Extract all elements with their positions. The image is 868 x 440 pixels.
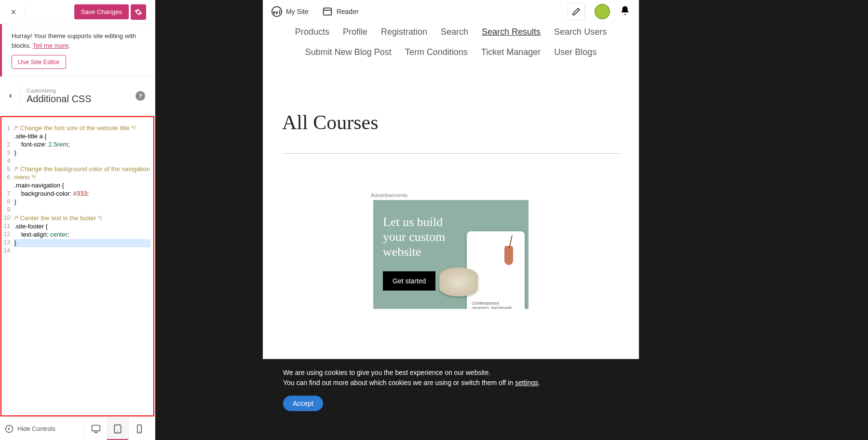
help-button[interactable]: ? — [136, 91, 145, 101]
write-button[interactable] — [568, 3, 585, 20]
user-avatar[interactable] — [595, 4, 610, 19]
page-nav-row1: ProductsProfileRegistrationSearchSearch … — [263, 23, 639, 47]
ad-cta-button[interactable]: Get started — [383, 271, 435, 291]
desktop-icon — [91, 424, 101, 434]
back-button[interactable] — [2, 84, 19, 108]
viewport-desktop-button[interactable] — [85, 417, 107, 440]
save-button[interactable]: Save Changes — [74, 4, 129, 19]
chevron-left-circle-icon — [5, 425, 14, 433]
reader-icon — [322, 6, 333, 17]
close-icon — [10, 8, 17, 16]
ad-block: Advertisements Let us build your custom … — [263, 192, 639, 309]
tell-me-more-link[interactable]: Tell me more — [33, 42, 68, 49]
gear-icon — [135, 8, 142, 16]
customizer-sidebar: Save Changes Hurray! Your theme supports… — [0, 0, 155, 440]
svg-rect-3 — [92, 425, 100, 431]
mobile-icon — [135, 424, 144, 434]
svg-point-2 — [6, 425, 13, 432]
nav-link[interactable]: Search — [441, 27, 468, 39]
bell-icon — [620, 5, 630, 16]
css-editor[interactable]: 1234567891011121314 /* Change the font s… — [0, 116, 154, 416]
panel-title: Additional CSS — [27, 93, 136, 105]
nav-link[interactable]: Term Conditions — [405, 47, 468, 59]
divider — [25, 3, 26, 20]
hide-controls-button[interactable]: Hide Controls — [5, 425, 55, 433]
page-nav-row2: Submit New Blog PostTerm ConditionsTicke… — [263, 47, 639, 67]
pencil-icon — [572, 7, 581, 16]
code-content[interactable]: /* Change the font size of the website t… — [12, 117, 153, 415]
ad-image: Contemporary ceramics, handmade in Austr… — [456, 214, 529, 309]
nav-link[interactable]: Ticket Manager — [481, 47, 541, 59]
nav-link[interactable]: Search Results — [482, 27, 541, 39]
cookie-settings-link[interactable]: settings — [515, 379, 538, 387]
tablet-icon — [113, 424, 122, 434]
nav-link[interactable]: Search Users — [554, 27, 607, 39]
cookie-consent-bar: We are using cookies to give you the bes… — [263, 359, 639, 440]
ad-headline: Let us build your custom website — [383, 214, 456, 260]
wp-toolbar: My Site Reader — [263, 0, 639, 23]
nav-link[interactable]: Products — [295, 27, 329, 39]
viewport-mobile-button[interactable] — [128, 417, 150, 440]
nav-link[interactable]: Registration — [381, 27, 427, 39]
viewport-switcher — [85, 417, 150, 440]
sidebar-footer: Hide Controls — [0, 417, 155, 440]
customizing-label: Customizing — [27, 88, 136, 93]
notice-text: Hurray! Your theme supports site editing… — [12, 31, 145, 50]
preview-wrapper: My Site Reader ProductsProfileRegistrati… — [155, 0, 746, 440]
viewport-tablet-button[interactable] — [107, 417, 128, 440]
ad-banner[interactable]: Let us build your custom website Get sta… — [373, 200, 529, 309]
svg-rect-11 — [323, 8, 331, 15]
line-gutter: 1234567891011121314 — [1, 117, 12, 415]
notice-panel: Hurray! Your theme supports site editing… — [0, 24, 155, 77]
my-site-link[interactable]: My Site — [271, 6, 309, 17]
preview-frame: My Site Reader ProductsProfileRegistrati… — [263, 0, 639, 440]
ad-label: Advertisements — [371, 192, 407, 198]
page-heading: All Courses — [263, 67, 639, 153]
notifications-button[interactable] — [620, 5, 630, 18]
nav-link[interactable]: Profile — [343, 27, 367, 39]
sidebar-header: Save Changes — [0, 0, 155, 24]
panel-header: Customizing Additional CSS ? — [0, 77, 155, 116]
cookie-text: We are using cookies to give you the bes… — [283, 368, 619, 388]
nav-link[interactable]: User Blogs — [554, 47, 597, 59]
use-site-editor-button[interactable]: Use Site Editor — [12, 55, 66, 69]
settings-button[interactable] — [131, 4, 146, 20]
cookie-accept-button[interactable]: Accept — [283, 396, 323, 411]
divider-line — [282, 153, 620, 154]
close-button[interactable] — [4, 2, 23, 22]
right-margin — [746, 0, 868, 440]
reader-link[interactable]: Reader — [322, 6, 359, 17]
wordpress-icon — [271, 6, 282, 17]
chevron-left-icon — [7, 93, 14, 99]
nav-link[interactable]: Submit New Blog Post — [305, 47, 392, 59]
